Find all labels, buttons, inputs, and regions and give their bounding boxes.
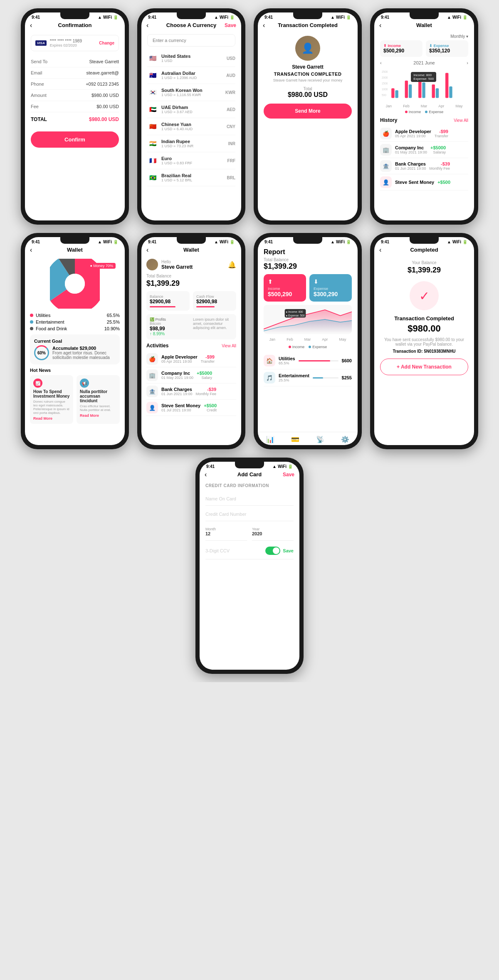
content: Your Balance $1,399.29 ✓ Transaction Com… — [374, 255, 474, 445]
nav-chart[interactable]: 📊 — [258, 436, 283, 443]
notifications-icon[interactable]: 🔔 — [228, 261, 236, 269]
read-more-2[interactable]: Read More — [80, 413, 116, 418]
add-card-screen: CREDIT CARD INFORMATION Name On Card Cre… — [200, 480, 299, 563]
view-all-button[interactable]: View All — [454, 118, 468, 123]
cat-bar — [299, 360, 331, 361]
view-all-button[interactable]: View All — [222, 344, 236, 348]
back-button[interactable]: ‹ — [263, 22, 265, 29]
currency-cny[interactable]: 🇨🇳 Chinese Yuan 1 USD = 6.40 AUD CNY — [147, 118, 235, 135]
card-details: **** **** **** 1989 Expires 02/2020 — [50, 39, 82, 47]
cat-utilities[interactable]: 🏠 Utilities 65.5% $600 — [264, 352, 352, 369]
goal-body: 60% Accumulate $29,000 From aget tortor … — [34, 345, 116, 360]
total-balance-label: Total Balance — [146, 274, 236, 278]
nav-settings[interactable]: ⚙️ — [333, 436, 358, 443]
hist-amount-group: +$5000 Salary — [197, 371, 212, 380]
activity-bank[interactable]: 🏦 Bank Charges 01 Jun 2021 19:00 -$39 Mo… — [146, 384, 236, 400]
activity-steve[interactable]: 👤 Steve Sent Money 01 Jul 2021 19:00 +$5… — [146, 400, 236, 416]
hist-info: Company Inc 01 May 2021 19:00 — [395, 145, 427, 154]
prev-month-button[interactable]: ‹ — [380, 60, 382, 65]
income-card: ⬆ Income $500,290 — [264, 274, 306, 302]
back-button[interactable]: ‹ — [379, 22, 381, 29]
flag-ae: 🇦🇪 — [147, 104, 158, 115]
status-icons: ▲WiFi🔋 — [272, 464, 293, 469]
hist-type: Monthly Fee — [430, 166, 450, 171]
save-toggle[interactable] — [265, 547, 280, 555]
read-more-1[interactable]: Read More — [33, 416, 70, 421]
back-button[interactable]: ‹ — [146, 22, 148, 29]
currency-name: Euro — [161, 156, 192, 161]
activity-apple[interactable]: 🍎 Apple Developer 05 Apr 2021 19:00 -$99… — [146, 351, 236, 367]
hist-date: 01 Jul 2021 19:00 — [161, 408, 200, 412]
cvv-field[interactable]: 3-Digit CCV — [205, 548, 230, 553]
save-button[interactable]: Save — [225, 22, 236, 28]
send-more-button[interactable]: Send More — [264, 104, 352, 119]
cat-pct: 65.5% — [279, 361, 295, 365]
balance-cards: Balance $2900,98 Cash Flow $2900,98 — [146, 291, 236, 311]
back-button[interactable]: ‹ — [205, 471, 207, 478]
currency-inr[interactable]: 🇮🇳 Indian Rupee 1 USD = 73.23 INR INR — [147, 135, 235, 152]
currency-search-input[interactable] — [147, 34, 235, 47]
person-name: Steve Garrett — [292, 64, 323, 70]
history-item-steve[interactable]: 👤 Steve Sent Money +$500 — [380, 174, 468, 191]
month-field[interactable]: Month 12 — [205, 523, 247, 541]
confirm-button[interactable]: Confirm — [31, 131, 119, 148]
screen-wallet-bar: 9:41 ▲WiFi🔋 ‹ Wallet Monthly ▾ ⬆ Income … — [374, 12, 474, 220]
currency-kwr[interactable]: 🇰🇷 South Korean Won 1 USD = 1,116.55 KWR… — [147, 84, 235, 101]
greeting-row: Hello Steve Garrett 🔔 — [146, 259, 236, 270]
back-button[interactable]: ‹ — [30, 22, 32, 29]
screen-txn-completed: 9:41 ▲WiFi🔋 ‹ Transaction Completed 👤 St… — [258, 12, 358, 220]
currency-aed[interactable]: 🇦🇪 UAE Dirham 1 USD = 3.67 AED AED — [147, 101, 235, 118]
report-title: Report — [264, 248, 352, 256]
fee-row: Fee $0.00 USD — [31, 101, 119, 112]
currency-frf[interactable]: 🇫🇷 Euro 1 USD = 0.83 FRF FRF — [147, 152, 235, 169]
nav-feed[interactable]: 📡 — [308, 436, 333, 443]
screen-currency: 9:41 ▲WiFi🔋 ‹ Choose A Currency Save 🇺🇸 … — [141, 12, 241, 220]
save-toggle-group: Save — [265, 547, 294, 555]
expense-icon: ⬇ — [314, 278, 348, 285]
cat-entertainment[interactable]: 🎵 Entertainment 25.5% $255 — [264, 369, 352, 386]
svg-rect-10 — [422, 82, 425, 98]
nav-wallet[interactable]: 💳 — [283, 436, 308, 443]
back-button[interactable]: ‹ — [146, 246, 148, 254]
card-number-field[interactable]: Credit Card Number — [205, 507, 294, 521]
history-item-bank[interactable]: 🏦 Bank Charges 01 Jun 2021 19:00 -$39 Mo… — [380, 158, 468, 174]
wallet-stats: ⬆ Income $500,290 ⬇ Expense $350,120 — [380, 40, 468, 57]
history-item-company[interactable]: 🏢 Company Inc 01 May 2021 19:00 +$5000 S… — [380, 142, 468, 158]
report-legend: Income Expense — [264, 345, 352, 349]
filter-label[interactable]: Monthly ▾ — [450, 34, 468, 39]
hist-name: Steve Sent Money — [161, 403, 200, 408]
hist-amount-group: -$39 Monthly Fee — [430, 161, 450, 171]
header-title: Choose A Currency — [166, 22, 216, 28]
profits-left: 💹 Profits Bitcoin $98,99 ↑ 8.99% — [150, 317, 190, 336]
currency-code: CNY — [227, 124, 235, 129]
currency-aud[interactable]: 🇦🇺 Autralian Dollar 1 USD = 1.2396 AUD A… — [147, 67, 235, 84]
cat-amount: $255 — [342, 375, 352, 380]
currency-info: South Korean Won 1 USD = 1,116.55 KWR — [161, 88, 203, 97]
food-dot — [30, 327, 33, 330]
add-transaction-button[interactable]: + Add New Transaction — [380, 359, 468, 375]
save-button[interactable]: Save — [283, 472, 294, 478]
back-button[interactable]: ‹ — [30, 246, 32, 254]
profits-currency: Bitcoin — [150, 322, 190, 326]
currency-usd[interactable]: 🇺🇸 United States 1 USD USD — [147, 50, 235, 67]
header: ‹ Transaction Completed — [258, 20, 358, 31]
change-card-button[interactable]: Change — [99, 41, 114, 45]
activity-company[interactable]: 🏢 Company Inc 01 May 2021 19:00 +$5000 S… — [146, 367, 236, 384]
back-button[interactable]: ‹ — [379, 246, 381, 254]
next-month-button[interactable]: › — [467, 60, 468, 65]
wallet-pie-screen: ● Money 70% Utilities 65.5% Entertainme — [25, 255, 125, 427]
hist-name: Apple Developer — [161, 354, 198, 359]
card-number: **** **** **** 1989 — [50, 39, 82, 43]
hist-amount-group: +$5000 Salaray — [430, 145, 446, 154]
currency-brl[interactable]: 🇧🇷 Brazilian Real 1 USD = 5.12 BRL BRL — [147, 169, 235, 186]
card-info: VISA **** **** **** 1989 Expires 02/2020… — [31, 35, 119, 51]
year-field[interactable]: Year 2020 — [252, 523, 294, 541]
name-on-card-field[interactable]: Name On Card — [205, 492, 294, 506]
currency-rate: 1 USD — [161, 59, 190, 63]
send-to-label: Send To — [31, 59, 47, 64]
header-title: Completed — [410, 247, 438, 253]
expense-value: $300,290 — [314, 291, 348, 297]
flag-br: 🇧🇷 — [147, 172, 158, 183]
send-to-row: Send To Steave Garrett — [31, 56, 119, 67]
history-item-apple[interactable]: 🍎 Apple Developer 05 Apr 2021 19:00 -$99… — [380, 126, 468, 142]
